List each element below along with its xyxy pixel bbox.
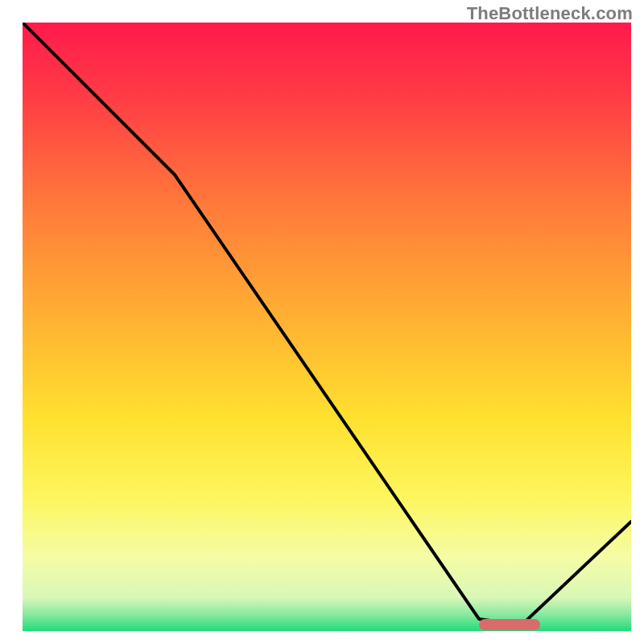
chart-svg	[23, 23, 631, 631]
attribution-text: TheBottleneck.com	[467, 3, 633, 24]
chart-plot-area	[23, 23, 631, 631]
optimal-range-marker	[479, 619, 540, 630]
